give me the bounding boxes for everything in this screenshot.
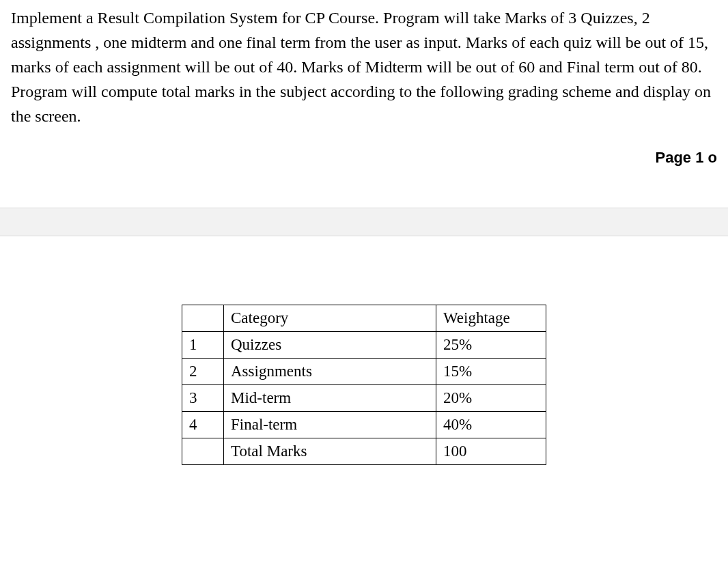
header-num: [182, 305, 224, 332]
cell-num: 1: [182, 332, 224, 359]
table-row: 4 Final-term 40%: [182, 412, 546, 438]
cell-num: 2: [182, 359, 224, 385]
cell-weightage: 15%: [436, 359, 546, 385]
table-row: Total Marks 100: [182, 438, 546, 465]
cell-num: [182, 438, 224, 465]
table-row: 3 Mid-term 20%: [182, 385, 546, 412]
cell-weightage: 20%: [436, 385, 546, 412]
grading-table: Category Weightage 1 Quizzes 25% 2 Assig…: [182, 305, 546, 465]
cell-category: Final-term: [224, 412, 436, 438]
page-top: Implement a Result Compilation System fo…: [0, 0, 728, 208]
page-number: Page 1 o: [11, 128, 717, 208]
table-row: 2 Assignments 15%: [182, 359, 546, 385]
page-bottom: Category Weightage 1 Quizzes 25% 2 Assig…: [0, 236, 728, 492]
cell-category: Assignments: [224, 359, 436, 385]
problem-statement: Implement a Result Compilation System fo…: [11, 5, 717, 128]
header-weightage: Weightage: [436, 305, 546, 332]
header-category: Category: [224, 305, 436, 332]
page-break-gap: [0, 208, 728, 236]
cell-category: Mid-term: [224, 385, 436, 412]
cell-weightage: 100: [436, 438, 546, 465]
cell-num: 4: [182, 412, 224, 438]
table-row: 1 Quizzes 25%: [182, 332, 546, 359]
cell-category: Total Marks: [224, 438, 436, 465]
table-header-row: Category Weightage: [182, 305, 546, 332]
cell-num: 3: [182, 385, 224, 412]
cell-category: Quizzes: [224, 332, 436, 359]
cell-weightage: 25%: [436, 332, 546, 359]
cell-weightage: 40%: [436, 412, 546, 438]
